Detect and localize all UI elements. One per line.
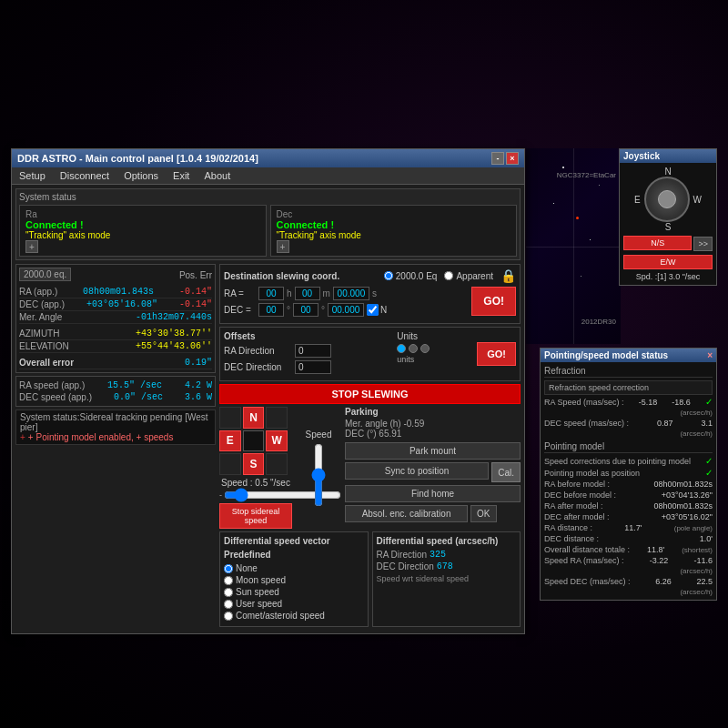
ra-direction-row: RA Direction [224, 344, 389, 358]
minimize-button[interactable]: - [491, 152, 504, 165]
n-checkbox-label[interactable]: N [367, 304, 387, 316]
mer-angle-info: Mer. angle (h) -0.59 [345, 419, 424, 429]
joy-ew-button[interactable]: E/W [623, 255, 713, 269]
radio-sun[interactable]: Sun speed [224, 587, 364, 597]
find-home-button[interactable]: Find home [345, 485, 521, 502]
diff-speed-title: Differential speed (arcsec/h) [377, 536, 517, 546]
ra-minutes-input[interactable] [295, 287, 320, 300]
menu-about[interactable]: About [200, 169, 234, 182]
pointing-as-pos-row: Pointing model as position ✓ [544, 468, 713, 478]
dec-after-row: DEC after model : +03°05'16.02" [544, 512, 713, 521]
stop-sidereal-button[interactable]: Stop sidereal speed [219, 503, 292, 529]
pointing-model-text: + Pointing model enabled, + speeds [28, 432, 174, 442]
parking-section: Parking Mer. angle (h) -0.59 DEC (°) 65.… [345, 407, 521, 529]
dec-degrees-input[interactable] [258, 303, 284, 317]
joy-north-label: N [664, 167, 671, 177]
unit-dot-1[interactable] [397, 344, 406, 353]
units-text-label: units [397, 355, 470, 364]
joy-middle-row: E W [634, 177, 702, 222]
dec-before-value: +03°04'13.26" [662, 490, 713, 500]
dir-north-button[interactable]: N [243, 407, 265, 429]
ra-seconds-input[interactable] [333, 287, 369, 300]
dec-arcsec-input[interactable] [328, 303, 364, 317]
go-slewing-button[interactable]: GO! [471, 287, 516, 316]
menu-disconnect[interactable]: Disconnect [56, 169, 113, 182]
diff-speed-values: Differential speed (arcsec/h) RA Directi… [372, 531, 521, 627]
units-column: Units units [397, 331, 470, 377]
dir-empty-topright [266, 407, 288, 429]
ra-coord-row: RA = h m s [224, 287, 464, 300]
speed-dec-row: Speed DEC (mas/sec) : 6.26 22.5 [544, 577, 713, 586]
ra-speed-label: RA speed (app.) [19, 380, 85, 390]
n-checkbox[interactable] [367, 304, 379, 316]
unit-dot-2[interactable] [409, 344, 418, 353]
units-title: Units [397, 331, 470, 341]
cal-button[interactable]: Cal. [491, 462, 521, 482]
dec-app-row: DEC (app.) +03°05'16.08" -0.14" [19, 298, 212, 311]
close-button[interactable]: × [506, 152, 519, 165]
direction-grid: N E W S [219, 407, 288, 475]
radio-comet[interactable]: Comet/asteroid speed [224, 611, 364, 621]
ra-after-label: RA after model : [544, 501, 603, 511]
ra-speed-ref-label: RA Speed (mas/sec) : [544, 398, 624, 407]
dec-arcmin-input[interactable] [293, 303, 318, 317]
joy-east-label: E [634, 195, 641, 205]
dir-south-button[interactable]: S [243, 453, 265, 475]
pointing-as-pos-check: ✓ [705, 468, 713, 478]
refraction-header: Refraction [544, 366, 713, 378]
ra-tracking: "Tracking" axis mode [25, 230, 260, 240]
joystick-direction: N E W S [623, 167, 713, 232]
radio-moon[interactable]: Moon speed [224, 575, 364, 585]
ra-after-row: RA after model : 08h00m01.832s [544, 501, 713, 511]
dest-header: Destination slewing coord. 2000.0 Eq App… [224, 268, 516, 283]
menu-setup[interactable]: Setup [15, 169, 49, 182]
go-offsets-button[interactable]: GO! [477, 342, 516, 366]
offsets-title: Offsets [224, 331, 389, 341]
right-column: Destination slewing coord. 2000.0 Eq App… [219, 264, 521, 630]
menu-exit[interactable]: Exit [169, 169, 193, 182]
plus-icon: + [20, 432, 25, 442]
dec-speed-ref-label: DEC speed (mas/sec) : [544, 419, 629, 428]
absol-enc-button[interactable]: Absol. enc. calibration [345, 505, 468, 522]
refraction-speed-btn[interactable]: Refraction speed correction [544, 380, 713, 395]
parking-title: Parking [345, 407, 521, 417]
ra-direction-input[interactable] [295, 344, 331, 358]
epoch-apparent-radio[interactable]: Apparent [444, 271, 493, 281]
ra-speed-ref-val1: -5.18 [639, 398, 658, 407]
pointing-close-icon[interactable]: × [707, 350, 713, 360]
ok-button[interactable]: OK [470, 505, 496, 522]
lock-icon[interactable]: 🔒 [500, 268, 516, 283]
dec-label: Dec [277, 209, 293, 219]
ra-expand-button[interactable]: + [25, 240, 38, 253]
unit-dot-3[interactable] [420, 344, 430, 353]
dec-after-value: +03°05'16.02" [662, 512, 713, 521]
ra-distance-label: RA distance : [544, 523, 592, 532]
joy-ns-button[interactable]: N/S [623, 236, 692, 250]
ra-speed-refraction-row: RA Speed (mas/sec) : -5.18 -18.6 ✓ [544, 397, 713, 407]
epoch-2000-radio[interactable]: 2000.0 Eq [384, 271, 438, 281]
title-bar: DDR ASTRO - Main control panel [1.0.4 19… [12, 149, 524, 167]
ra-app-label: RA (app.) [19, 287, 57, 297]
joy-arrow-button[interactable]: >> [693, 237, 713, 251]
radio-none[interactable]: None [224, 563, 364, 573]
dec-distance-row: DEC distance : 1.0' [544, 534, 713, 543]
stop-slewing-button[interactable]: STOP SLEWING [219, 384, 521, 404]
ra-connected: Connected ! [25, 219, 260, 230]
speeds-section: RA speed (app.) 15.5" /sec 4.2 W DEC spe… [15, 376, 216, 407]
dir-west-button[interactable]: W [266, 430, 288, 452]
ra-speed-ref-val2: -18.6 [672, 398, 691, 407]
dir-east-button[interactable]: E [219, 430, 241, 452]
joystick-circle[interactable] [644, 177, 690, 222]
system-status-label: System status [19, 192, 517, 202]
radio-user[interactable]: User speed [224, 599, 364, 609]
ra-distance-value: 11.7' [624, 523, 642, 532]
sync-position-button[interactable]: Sync to position [345, 462, 489, 480]
speed-ra-val1: -3.22 [650, 556, 669, 565]
dec-expand-button[interactable]: + [277, 240, 289, 253]
dec-direction-input[interactable] [295, 360, 331, 374]
park-mount-button[interactable]: Park mount [345, 442, 521, 460]
vertical-speed-slider[interactable] [309, 443, 328, 507]
azimuth-value: +43°30'38.77'' [136, 329, 212, 339]
ra-hours-input[interactable] [258, 287, 284, 300]
menu-options[interactable]: Options [120, 169, 162, 182]
